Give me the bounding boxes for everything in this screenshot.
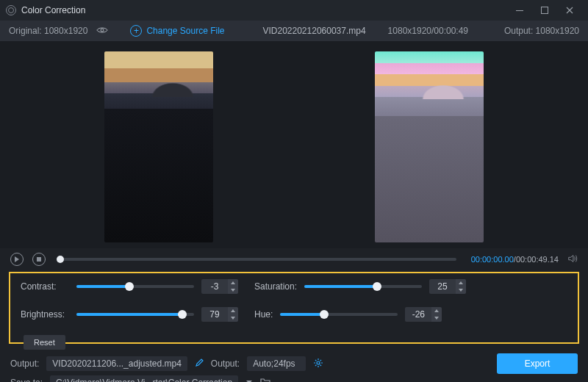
app-logo-icon [6,5,16,15]
saturation-label: Saturation: [254,281,297,292]
change-source-label: Change Source File [146,26,224,36]
minimize-button[interactable] [507,0,532,21]
save-path-chevron-icon[interactable] [245,378,253,382]
output-filename-field[interactable]: VID2020211206..._adjusted.mp4 [46,356,187,371]
playback-bar: 00:00:00.00/00:00:49.14 [0,248,588,270]
stop-button[interactable] [32,253,46,266]
seek-knob[interactable] [57,256,64,263]
svg-point-4 [317,361,320,364]
contrast-slider[interactable] [76,285,194,288]
contrast-stepper[interactable] [228,279,238,294]
output-settings-label: Output: [211,358,240,369]
svg-rect-3 [37,257,41,262]
svg-rect-1 [542,7,548,14]
svg-point-2 [101,29,104,32]
time-display: 00:00:00.00/00:00:49.14 [471,255,559,264]
hue-slider[interactable] [280,313,398,316]
source-meta: 1080x1920/00:00:49 [388,26,468,36]
adjusted-preview [375,51,484,242]
volume-icon[interactable] [567,253,578,266]
hue-label: Hue: [254,309,273,320]
output-file-label: Output: [10,358,39,369]
window-title: Color Correction [21,5,85,15]
saturation-slider[interactable] [304,285,422,288]
total-time: 00:00:49.14 [516,255,559,264]
info-bar: Original: 1080x1920 + Change Source File… [0,21,588,41]
brightness-fill [76,313,182,316]
current-time: 00:00:00.00 [471,255,514,264]
hue-fill [280,313,323,316]
preview-toggle-icon[interactable] [96,26,108,37]
contrast-label: Contrast: [21,281,69,292]
contrast-fill [76,285,129,288]
brightness-label: Brightness: [21,309,69,320]
settings-gear-icon[interactable] [313,358,323,370]
color-controls-panel: Contrast: -3 Saturation: 25 Brightness: [9,272,579,344]
output-dimensions-label: Output: 1080x1920 [504,26,579,36]
save-path-field[interactable]: C:\Vidmore\Vidmore Vi...rter\Color Corre… [50,375,238,382]
hue-knob[interactable] [320,310,329,319]
plus-circle-icon: + [130,25,142,37]
preview-area [0,41,588,248]
save-to-label: Save to: [10,378,43,382]
titlebar: Color Correction [0,0,588,21]
export-button[interactable]: Export [497,353,578,374]
brightness-knob[interactable] [178,310,187,319]
source-filename: VID20220212060037.mp4 [262,26,365,36]
open-folder-icon[interactable] [260,378,270,383]
svg-rect-0 [516,10,523,11]
brightness-stepper[interactable] [228,307,238,322]
saturation-stepper[interactable] [456,279,466,294]
maximize-button[interactable] [532,0,557,21]
brightness-slider[interactable] [76,313,194,316]
reset-button[interactable]: Reset [24,335,65,350]
play-button[interactable] [10,253,24,266]
contrast-value[interactable]: -3 [201,279,228,294]
output-settings-field[interactable]: Auto;24fps [247,356,306,371]
close-button[interactable] [557,0,582,21]
original-dimensions-label: Original: 1080x1920 [9,26,87,36]
brightness-value[interactable]: 79 [201,307,228,322]
hue-value[interactable]: -26 [405,307,431,322]
contrast-knob[interactable] [125,282,134,291]
edit-filename-icon[interactable] [195,358,204,370]
saturation-fill [304,285,377,288]
change-source-button[interactable]: + Change Source File [130,25,224,37]
original-preview [104,51,213,242]
saturation-knob[interactable] [373,282,381,291]
hue-stepper[interactable] [431,307,442,322]
save-row: Save to: C:\Vidmore\Vidmore Vi...rter\Co… [0,373,588,382]
output-row: Output: VID2020211206..._adjusted.mp4 Ou… [0,354,588,373]
seek-slider[interactable] [60,258,456,261]
saturation-value[interactable]: 25 [429,279,456,294]
